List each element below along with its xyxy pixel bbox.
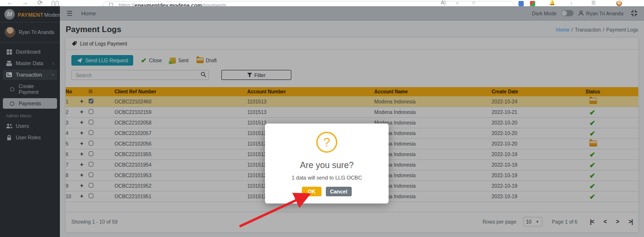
extension-icon[interactable]: [518, 1, 524, 6]
dialog-message: 1 data will send to LLG OCBC: [292, 175, 362, 181]
screen: ← → ⟳ https://epaymentdev.modena.com/pay…: [0, 0, 644, 237]
split-screen-icon[interactable]: [52, 1, 59, 6]
notification-icon[interactable]: 🔔: [549, 0, 555, 5]
browser-back-icon[interactable]: ←: [7, 0, 13, 6]
question-icon: ?: [316, 132, 337, 153]
favorites-icon[interactable]: ☆: [472, 0, 476, 5]
cancel-button[interactable]: Cancel: [326, 187, 352, 196]
read-aloud-icon[interactable]: A): [441, 0, 446, 5]
page-icon: [109, 3, 113, 6]
downloads-icon[interactable]: ↓: [570, 0, 573, 5]
dialog-title: Are you sure?: [300, 160, 354, 170]
confirm-dialog: ? Are you sure? 1 data will send to LLG …: [265, 124, 389, 203]
browser-forward-icon[interactable]: →: [22, 0, 28, 6]
collections-icon[interactable]: ☰: [591, 0, 596, 5]
address-bar[interactable]: https://epaymentdev.modena.com/payments: [103, 1, 515, 6]
search-bar-icon[interactable]: ⌕: [456, 0, 459, 6]
browser-chrome: ← → ⟳ https://epaymentdev.modena.com/pay…: [0, 0, 644, 6]
ok-button[interactable]: OK: [302, 187, 322, 196]
extension-icon-2[interactable]: [530, 1, 535, 6]
browser-reload-icon[interactable]: ⟳: [37, 0, 43, 6]
url-text: https://epaymentdev.modena.com/payments: [119, 2, 226, 6]
browser-profile-avatar[interactable]: [616, 0, 622, 6]
